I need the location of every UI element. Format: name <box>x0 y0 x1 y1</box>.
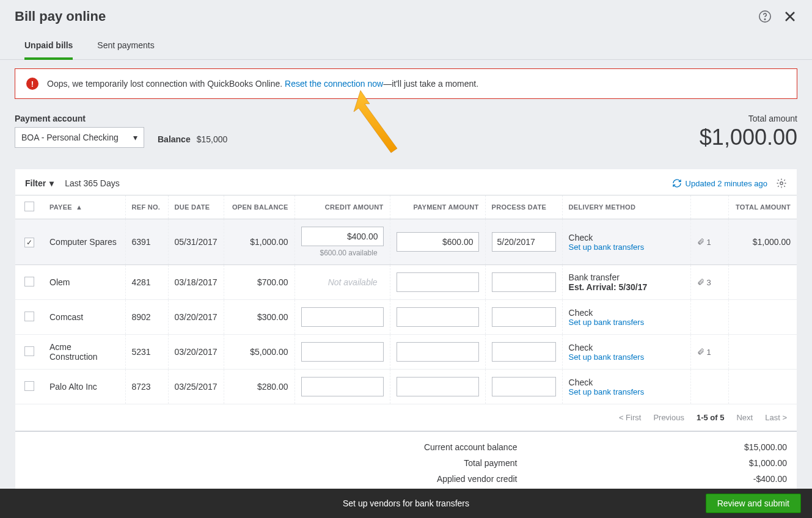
cell-payee: Olem <box>43 265 125 300</box>
refresh-link[interactable]: Updated 2 minutes ago <box>672 178 767 188</box>
row-checkbox[interactable] <box>24 277 34 286</box>
page-first[interactable]: < First <box>619 413 641 422</box>
cell-open-balance: $300.00 <box>224 300 294 335</box>
alert-reset-link[interactable]: Reset the connection now <box>285 79 383 89</box>
cell-delivery: CheckSet up bank transfers <box>562 370 690 404</box>
col-due[interactable]: DUE DATE <box>168 195 224 219</box>
page-current: 1-5 of 5 <box>697 413 725 422</box>
page-next[interactable]: Next <box>736 413 753 422</box>
payment-input[interactable] <box>397 342 479 362</box>
svg-point-4 <box>780 182 783 185</box>
balance-value: $15,000 <box>197 134 228 144</box>
sort-asc-icon: ▲ <box>76 203 82 211</box>
col-payee[interactable]: PAYEE▲ <box>43 195 125 219</box>
cell-ref: 8723 <box>125 370 168 404</box>
alert-banner: ! Oops, we temporarily lost connection w… <box>15 68 797 99</box>
row-checkbox[interactable] <box>24 346 34 356</box>
cell-process <box>485 370 562 404</box>
cell-open-balance: $700.00 <box>224 265 294 300</box>
cell-ref: 6391 <box>125 219 168 265</box>
credit-input[interactable] <box>301 307 384 327</box>
payment-input[interactable] <box>397 232 479 252</box>
col-process[interactable]: PROCESS DATE <box>485 195 562 219</box>
delivery-method: Bank transfer <box>569 272 684 282</box>
attachment-indicator[interactable]: 1 <box>697 348 722 357</box>
cell-credit: $600.00 available <box>294 219 390 265</box>
filter-value: Last 365 Days <box>65 178 120 188</box>
cell-payee: Palo Alto Inc <box>43 370 125 404</box>
setup-bank-transfer-link[interactable]: Set up bank transfers <box>569 243 684 252</box>
cell-due: 03/18/2017 <box>168 265 224 300</box>
cell-payment <box>390 265 485 300</box>
chevron-down-icon: ▾ <box>49 178 54 188</box>
tab-unpaid-bills[interactable]: Unpaid bills <box>24 35 73 60</box>
cell-due: 03/20/2017 <box>168 335 224 370</box>
cell-payment <box>390 370 485 404</box>
col-payment[interactable]: PAYMENT AMOUNT <box>390 195 485 219</box>
filter-button[interactable]: Filter ▾ <box>25 178 54 188</box>
process-date-input[interactable] <box>492 272 556 292</box>
cell-total <box>728 300 797 335</box>
cell-attach: 3 <box>690 265 728 300</box>
paperclip-icon <box>697 348 704 356</box>
footer-setup-link[interactable]: Set up vendors for bank transfers <box>343 498 469 508</box>
cell-ref: 5231 <box>125 335 168 370</box>
process-date-input[interactable] <box>492 232 556 252</box>
select-all-checkbox[interactable] <box>24 202 34 211</box>
delivery-method: Check <box>569 343 684 352</box>
col-credit[interactable]: CREDIT AMOUNT <box>294 195 390 219</box>
page-prev[interactable]: Previous <box>653 413 684 422</box>
process-date-input[interactable] <box>492 342 556 362</box>
process-date-input[interactable] <box>492 377 556 396</box>
cell-attach <box>690 300 728 335</box>
col-open[interactable]: OPEN BALANCE <box>224 195 294 219</box>
payment-account-label: Payment account <box>15 114 144 123</box>
cell-payee: Computer Spares <box>43 219 125 265</box>
cell-payee: Acme Construction <box>43 335 125 370</box>
cell-total <box>728 370 797 404</box>
attachment-indicator[interactable]: 1 <box>697 238 722 247</box>
credit-input[interactable] <box>301 342 384 362</box>
row-checkbox[interactable] <box>24 312 34 321</box>
alert-icon: ! <box>26 78 38 90</box>
col-attach <box>690 195 728 219</box>
review-submit-button[interactable]: Review and submit <box>706 494 801 513</box>
cell-delivery: CheckSet up bank transfers <box>562 219 690 265</box>
close-icon[interactable] <box>783 9 797 24</box>
cell-process <box>485 335 562 370</box>
balance-label: Balance <box>158 134 191 144</box>
cell-attach: 1 <box>690 219 728 265</box>
credit-note: $600.00 available <box>301 246 384 257</box>
payment-input[interactable] <box>397 272 479 292</box>
cell-process <box>485 300 562 335</box>
delivery-est-arrival: Est. Arrival: 5/30/17 <box>569 282 684 292</box>
cell-due: 03/25/2017 <box>168 370 224 404</box>
col-delivery[interactable]: DELIVERY METHOD <box>562 195 690 219</box>
payment-input[interactable] <box>397 307 479 327</box>
page-last[interactable]: Last > <box>765 413 787 422</box>
credit-input[interactable] <box>301 227 384 246</box>
setup-bank-transfer-link[interactable]: Set up bank transfers <box>569 352 684 362</box>
row-checkbox[interactable] <box>24 381 34 391</box>
payment-account-select[interactable]: BOA - Personal Checking ▾ <box>15 127 144 148</box>
delivery-method: Check <box>569 233 684 243</box>
setup-bank-transfer-link[interactable]: Set up bank transfers <box>569 318 684 327</box>
cell-ref: 8902 <box>125 300 168 335</box>
payment-input[interactable] <box>397 377 479 396</box>
process-date-input[interactable] <box>492 307 556 327</box>
cell-payment <box>390 335 485 370</box>
attachment-indicator[interactable]: 3 <box>697 278 722 287</box>
cell-attach <box>690 370 728 404</box>
gear-icon[interactable] <box>776 178 787 189</box>
col-total[interactable]: TOTAL AMOUNT <box>728 195 797 219</box>
col-ref[interactable]: REF NO. <box>125 195 168 219</box>
tabs: Unpaid bills Sent payments <box>15 35 797 59</box>
cell-attach: 1 <box>690 335 728 370</box>
help-icon[interactable] <box>758 10 772 23</box>
setup-bank-transfer-link[interactable]: Set up bank transfers <box>569 387 684 396</box>
credit-input[interactable] <box>301 377 384 396</box>
totals-value: $1,000.00 <box>517 455 787 471</box>
row-checkbox[interactable] <box>24 238 34 247</box>
tab-sent-payments[interactable]: Sent payments <box>97 35 154 59</box>
cell-delivery: CheckSet up bank transfers <box>562 300 690 335</box>
